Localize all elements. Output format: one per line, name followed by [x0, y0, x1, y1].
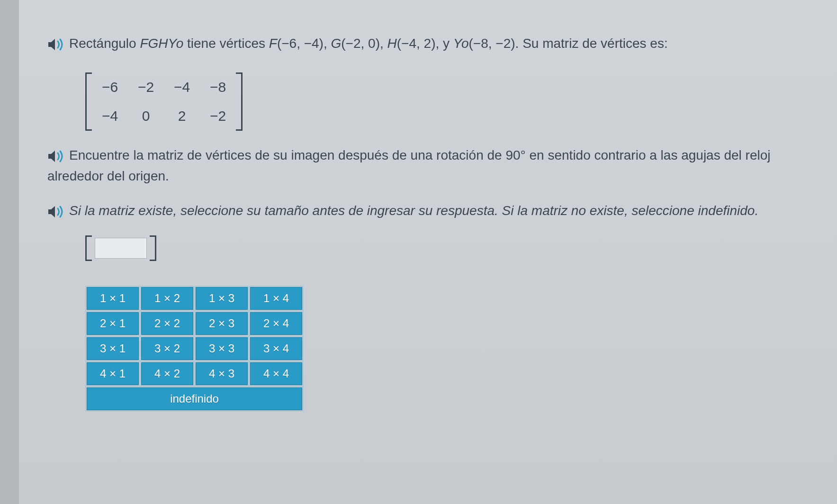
text-fragment: ,	[324, 36, 331, 51]
bracket-left	[85, 235, 91, 261]
size-button-4x4[interactable]: 4 × 4	[250, 362, 302, 385]
instruction-text: Encuentre la matriz de vértices de su im…	[47, 148, 771, 183]
size-row: 2 × 1 2 × 2 2 × 3 2 × 4	[87, 312, 302, 335]
size-button-1x4[interactable]: 1 × 4	[250, 287, 302, 310]
hint-text: Si la matriz existe, seleccione su tamañ…	[69, 203, 758, 218]
text-fragment: . Su matriz de vértices es:	[515, 36, 668, 51]
size-button-3x1[interactable]: 3 × 1	[87, 337, 139, 360]
audio-icon[interactable]	[47, 37, 65, 52]
matrix-cell: 2	[172, 105, 191, 127]
problem-statement: Rectángulo FGHYo tiene vértices F(−6, −4…	[47, 33, 818, 54]
audio-icon[interactable]	[47, 205, 65, 219]
audio-icon[interactable]	[47, 149, 65, 163]
vertex-label: G	[331, 36, 342, 51]
vertex-coords: (−6, −4)	[277, 36, 324, 51]
size-button-2x2[interactable]: 2 × 2	[141, 312, 193, 335]
answer-matrix-placeholder	[85, 235, 818, 267]
size-button-1x1[interactable]: 1 × 1	[87, 287, 139, 310]
shape-name: FGHYo	[140, 36, 183, 51]
vertex-label: F	[269, 36, 277, 51]
vertex-label: H	[387, 36, 397, 51]
size-row: indefinido	[87, 387, 302, 410]
bracket-right	[151, 235, 156, 261]
bracket-right	[236, 72, 243, 131]
matrix-cell: −2	[208, 105, 227, 127]
size-button-2x3[interactable]: 2 × 3	[196, 312, 248, 335]
matrix-cell: −8	[208, 76, 227, 99]
matrix-size-selector: 1 × 1 1 × 2 1 × 3 1 × 4 2 × 1 2 × 2 2 × …	[85, 286, 304, 412]
size-button-4x2[interactable]: 4 × 2	[141, 362, 193, 385]
size-row: 3 × 1 3 × 2 3 × 3 3 × 4	[87, 337, 302, 360]
size-row: 1 × 1 1 × 2 1 × 3 1 × 4	[87, 287, 302, 310]
text-fragment: ,	[380, 36, 387, 51]
size-button-3x2[interactable]: 3 × 2	[141, 337, 193, 360]
vertex-matrix: −6 −2 −4 −8 −4 0 2 −2	[85, 72, 243, 131]
undefined-button[interactable]: indefinido	[87, 387, 302, 410]
size-button-1x2[interactable]: 1 × 2	[141, 287, 193, 310]
size-button-4x3[interactable]: 4 × 3	[196, 362, 248, 385]
size-row: 4 × 1 4 × 2 4 × 3 4 × 4	[87, 362, 302, 385]
size-button-1x3[interactable]: 1 × 3	[196, 287, 248, 310]
question-content: Rectángulo FGHYo tiene vértices F(−6, −4…	[19, 0, 837, 504]
text-fragment: , y	[436, 36, 453, 51]
vertex-coords: (−2, 0)	[341, 36, 380, 51]
answer-input-slot[interactable]	[95, 238, 147, 259]
size-button-2x1[interactable]: 2 × 1	[87, 312, 139, 335]
text-fragment: Rectángulo	[69, 36, 140, 51]
size-button-3x4[interactable]: 3 × 4	[250, 337, 302, 360]
vertex-label: Yo	[453, 36, 469, 51]
vertex-coords: (−8, −2)	[469, 36, 515, 51]
instruction-paragraph: Encuentre la matriz de vértices de su im…	[47, 145, 818, 186]
vertex-coords: (−4, 2)	[397, 36, 436, 51]
size-button-2x4[interactable]: 2 × 4	[250, 312, 302, 335]
matrix-cell: −4	[172, 76, 191, 99]
size-button-3x3[interactable]: 3 × 3	[196, 337, 248, 360]
matrix-cell: −2	[136, 76, 155, 99]
left-margin-strip	[0, 0, 19, 504]
text-fragment: tiene vértices	[183, 36, 269, 51]
matrix-cell: −6	[100, 76, 119, 99]
matrix-cell: 0	[136, 105, 155, 127]
size-button-4x1[interactable]: 4 × 1	[87, 362, 139, 385]
matrix-grid: −6 −2 −4 −8 −4 0 2 −2	[92, 72, 236, 131]
hint-paragraph: Si la matriz existe, seleccione su tamañ…	[47, 200, 818, 221]
bracket-left	[85, 72, 92, 131]
matrix-cell: −4	[100, 105, 119, 127]
